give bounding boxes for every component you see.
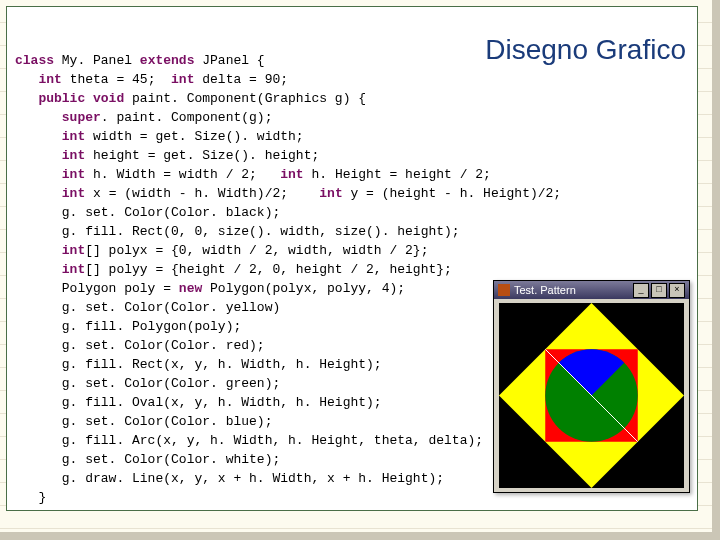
close-button[interactable]: ×: [669, 283, 685, 298]
slide: class My. Panel extends JPanel { int the…: [0, 0, 720, 540]
rendered-graphic: [499, 303, 684, 488]
app-icon: [498, 284, 510, 296]
maximize-button[interactable]: □: [651, 283, 667, 298]
window-body: [494, 299, 689, 492]
slide-title: Disegno Grafico: [485, 34, 686, 66]
minimize-button[interactable]: _: [633, 283, 649, 298]
preview-window: Test. Pattern _ □ ×: [493, 280, 690, 493]
window-titlebar: Test. Pattern _ □ ×: [494, 281, 689, 299]
window-title: Test. Pattern: [514, 284, 576, 296]
